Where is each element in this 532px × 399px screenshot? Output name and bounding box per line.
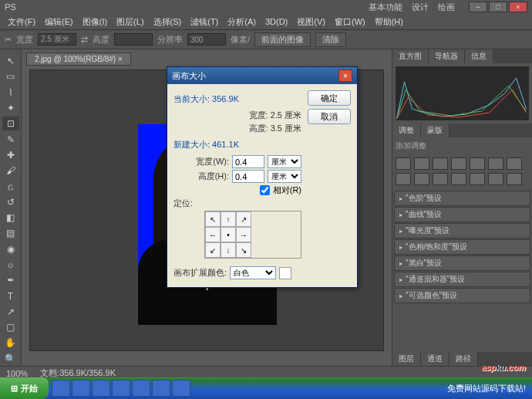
dialog-close-button[interactable]: × xyxy=(338,69,352,82)
menu-edit[interactable]: 编辑(E) xyxy=(40,15,78,29)
preset-row[interactable]: "曝光度"预设 xyxy=(394,223,530,238)
menu-help[interactable]: 帮助(H) xyxy=(370,15,408,29)
maximize-button[interactable]: □ xyxy=(489,2,507,12)
zoom-tool[interactable]: 🔍 xyxy=(2,352,19,366)
close-button[interactable]: × xyxy=(509,2,527,12)
anchor-sw[interactable]: ↙ xyxy=(205,242,221,258)
cancel-button[interactable]: 取消 xyxy=(308,109,351,124)
adj-exposure-icon[interactable] xyxy=(451,157,466,170)
task-item[interactable] xyxy=(72,380,90,397)
swap-icon[interactable]: ⇄ xyxy=(81,35,88,45)
tab-adjustments[interactable]: 调整 xyxy=(392,123,421,137)
tab-layers[interactable]: 图层 xyxy=(392,352,421,366)
marquee-tool[interactable]: ▭ xyxy=(2,69,19,83)
color-swatch[interactable] xyxy=(279,267,291,279)
opt-front-image[interactable]: 前面的图像 xyxy=(254,32,311,47)
anchor-se[interactable]: ↘ xyxy=(236,242,251,258)
relative-checkbox[interactable] xyxy=(260,185,270,195)
menu-view[interactable]: 视图(V) xyxy=(292,15,330,29)
preset-row[interactable]: "可选颜色"预设 xyxy=(394,288,530,303)
hand-tool[interactable]: ✋ xyxy=(2,336,19,350)
lasso-tool[interactable]: ⌇ xyxy=(2,86,19,100)
ok-button[interactable]: 确定 xyxy=(308,90,351,106)
shape-tool[interactable]: ▢ xyxy=(2,320,19,334)
history-brush-tool[interactable]: ↺ xyxy=(2,195,19,209)
anchor-ne[interactable]: ↗ xyxy=(236,211,251,227)
anchor-w[interactable]: ← xyxy=(205,227,221,242)
preset-row[interactable]: "曲线"预设 xyxy=(394,207,530,222)
menu-window[interactable]: 窗口(W) xyxy=(330,15,370,29)
adj-hue-icon[interactable] xyxy=(488,157,503,170)
adj-poster-icon[interactable] xyxy=(451,173,466,185)
start-button[interactable]: ⊞开始 xyxy=(0,377,49,399)
preset-row[interactable]: "通道混和器"预设 xyxy=(394,272,530,287)
adj-curves-icon[interactable] xyxy=(433,157,448,170)
preset-row[interactable]: "色阶"预设 xyxy=(394,191,530,206)
adj-vibrance-icon[interactable] xyxy=(470,157,485,170)
anchor-grid[interactable]: ↖↑↗ ←•→ ↙↓↘ xyxy=(204,211,301,259)
path-tool[interactable]: ↗ xyxy=(2,305,19,319)
eyedropper-tool[interactable]: ✎ xyxy=(2,132,19,146)
opt-width-input[interactable] xyxy=(38,33,76,46)
tab-histogram[interactable]: 直方图 xyxy=(392,49,429,63)
adj-thresh-icon[interactable] xyxy=(470,173,485,185)
zoom-value[interactable]: 100% xyxy=(6,369,28,378)
stamp-tool[interactable]: ⎌ xyxy=(2,179,19,193)
task-item[interactable] xyxy=(152,380,170,397)
move-tool[interactable]: ↖ xyxy=(2,54,19,68)
menu-3d[interactable]: 3D(D) xyxy=(261,15,292,28)
adj-mixer-icon[interactable] xyxy=(414,173,429,185)
adj-invert-icon[interactable] xyxy=(433,173,448,185)
menu-file[interactable]: 文件(F) xyxy=(3,15,40,29)
adj-photo-icon[interactable] xyxy=(396,173,411,185)
dodge-tool[interactable]: ☼ xyxy=(2,258,19,272)
adj-selcolor-icon[interactable] xyxy=(507,173,522,185)
top-link-paint[interactable]: 绘画 xyxy=(438,2,455,13)
anchor-c[interactable]: • xyxy=(221,227,236,242)
crop-tool[interactable]: ⊡ xyxy=(2,117,19,130)
opt-res-input[interactable] xyxy=(187,33,226,46)
task-item[interactable] xyxy=(132,380,150,397)
tab-masks[interactable]: 蒙版 xyxy=(421,123,450,137)
menu-layer[interactable]: 图层(L) xyxy=(112,15,148,29)
opt-clear[interactable]: 清除 xyxy=(315,32,346,47)
task-item[interactable] xyxy=(92,380,110,397)
anchor-e[interactable]: → xyxy=(236,227,251,242)
tab-navigator[interactable]: 导航器 xyxy=(429,49,465,63)
dialog-titlebar[interactable]: 画布大小 × xyxy=(167,67,357,84)
heal-tool[interactable]: ✚ xyxy=(2,148,19,162)
minimize-button[interactable]: – xyxy=(469,2,487,12)
type-tool[interactable]: T xyxy=(2,289,19,303)
menu-select[interactable]: 选择(S) xyxy=(149,15,187,29)
wand-tool[interactable]: ✦ xyxy=(2,101,19,115)
top-link-basic[interactable]: 基本功能 xyxy=(369,2,402,13)
adj-brightness-icon[interactable] xyxy=(396,157,411,170)
anchor-nw[interactable]: ↖ xyxy=(205,211,221,227)
preset-row[interactable]: "黑白"预设 xyxy=(394,255,530,271)
menu-analysis[interactable]: 分析(A) xyxy=(223,15,261,29)
task-item[interactable] xyxy=(172,380,190,397)
preset-row[interactable]: "色相/饱和度"预设 xyxy=(394,239,530,255)
width-unit-select[interactable]: 厘米 xyxy=(268,155,301,168)
adj-levels-icon[interactable] xyxy=(414,157,429,170)
extension-color-select[interactable]: 白色 xyxy=(230,266,276,279)
adj-gradmap-icon[interactable] xyxy=(488,173,503,185)
top-link-design[interactable]: 设计 xyxy=(412,2,429,13)
anchor-s[interactable]: ↓ xyxy=(221,242,236,258)
opt-height-input[interactable] xyxy=(114,33,153,46)
menu-image[interactable]: 图像(I) xyxy=(78,15,112,29)
anchor-n[interactable]: ↑ xyxy=(221,211,236,227)
brush-tool[interactable]: 🖌 xyxy=(2,164,19,178)
menu-filter[interactable]: 滤镜(T) xyxy=(186,15,223,29)
document-tab[interactable]: 2.jpg @ 100%(RGB/8#) × xyxy=(26,52,131,66)
adj-bw-icon[interactable] xyxy=(507,157,522,170)
gradient-tool[interactable]: ▤ xyxy=(2,226,19,240)
task-item[interactable] xyxy=(112,380,130,397)
tab-info[interactable]: 信息 xyxy=(465,49,493,63)
tab-paths[interactable]: 路径 xyxy=(450,352,478,366)
eraser-tool[interactable]: ◧ xyxy=(2,211,19,225)
height-unit-select[interactable]: 厘米 xyxy=(268,170,301,183)
blur-tool[interactable]: ◉ xyxy=(2,242,19,256)
tab-channels[interactable]: 通道 xyxy=(421,352,450,366)
task-item[interactable] xyxy=(52,380,70,397)
